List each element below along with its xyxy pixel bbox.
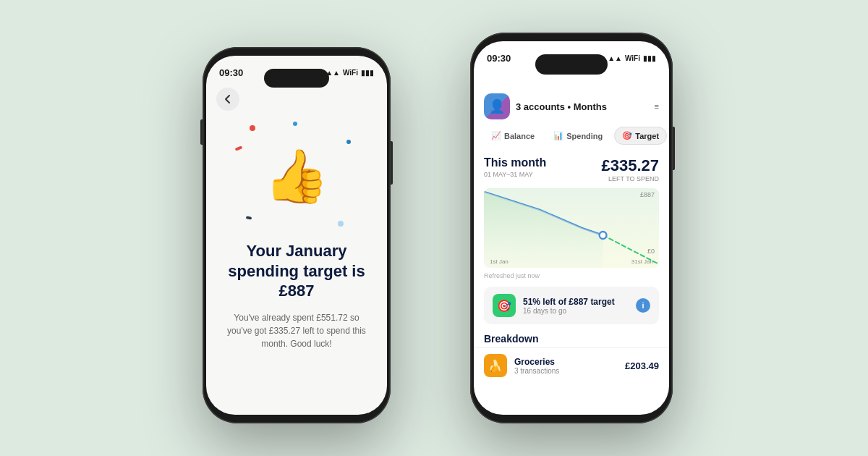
illustration-area: 👍 [206,111,387,241]
right-phone: 09:30 ▲▲▲ WiFi ▮▮▮ 👤 3 accounts • Months… [470,33,673,423]
tab-target[interactable]: 🎯 Target [614,127,667,145]
target-row-text: 51% left of £887 target 16 days to go [523,297,629,315]
confetti-blue1 [293,122,297,126]
tab-spending[interactable]: 📊 Spending [546,127,610,145]
breakdown-label: Breakdown [474,327,669,347]
grocery-count: 3 transactions [514,367,618,375]
right-wifi-icon: WiFi [625,54,640,62]
target-heading: Your January spending target is £887 [221,241,373,301]
right-battery-icon: ▮▮▮ [643,54,656,62]
chart-x-right: 31st Jan [631,258,653,265]
app-icon: 👤 [484,93,510,119]
chart-y-top: £887 [640,191,655,198]
month-info: This month 01 MAY–31 MAY [484,156,546,178]
amount-label: LEFT TO SPEND [601,175,659,182]
chart-x-labels: 1st Jan 31st Jan [484,258,659,265]
left-phone-content: Your January spending target is £887 You… [206,241,387,350]
chart-svg [484,188,659,268]
right-status-icons: ▲▲▲ WiFi ▮▮▮ [600,54,656,62]
wifi-icon: WiFi [343,69,358,77]
amount-info: £335.27 LEFT TO SPEND [601,156,659,182]
filter-button[interactable]: ≡ [655,102,659,111]
thumbs-up-icon: 👍 [264,145,329,207]
grocery-icon: 🍌 [484,354,507,377]
phones-container: 09:30 ▲▲▲ WiFi ▮▮▮ [181,18,687,438]
target-info-row[interactable]: 🎯 51% left of £887 target 16 days to go … [484,287,659,324]
battery-icon: ▮▮▮ [361,69,374,77]
back-button[interactable] [216,88,239,111]
this-month-row: This month 01 MAY–31 MAY £335.27 LEFT TO… [474,151,669,185]
chart-x-left: 1st Jan [490,258,509,265]
grocery-text: Groceries 3 transactions [514,357,618,375]
left-notch [264,69,329,88]
confetti-dark [246,216,252,219]
grocery-name: Groceries [514,357,618,367]
amount-value: £335.27 [601,156,659,175]
chart-y-bottom: £0 [647,248,655,255]
target-tab-icon: 🎯 [622,131,632,140]
left-phone-screen: 09:30 ▲▲▲ WiFi ▮▮▮ [206,56,387,415]
target-row-icon: 🎯 [493,294,516,317]
month-date-range: 01 MAY–31 MAY [484,171,546,178]
info-button[interactable]: i [636,298,650,313]
right-phone-screen: 09:30 ▲▲▲ WiFi ▮▮▮ 👤 3 accounts • Months… [474,41,669,415]
confetti-blue2 [346,140,351,144]
confetti-lightblue [338,221,344,227]
left-time: 09:30 [219,67,243,78]
target-row-title: 51% left of £887 target [523,297,629,307]
spending-icon: 📊 [553,131,563,140]
confetti-red2 [235,145,243,151]
svg-point-1 [600,232,607,239]
tabs-row: 📈 Balance 📊 Spending 🎯 Target [474,124,669,151]
chart-area: £887 £0 1st Jan 31st Jan [484,188,659,268]
target-subtext: You've already spent £551.72 so you've g… [221,311,373,350]
grocery-amount: £203.49 [625,360,659,371]
right-header: 👤 3 accounts • Months ≡ [474,67,669,124]
target-row-days: 16 days to go [523,307,629,315]
right-time: 09:30 [487,53,511,64]
right-notch [535,54,608,75]
left-phone: 09:30 ▲▲▲ WiFi ▮▮▮ [203,47,391,423]
tab-balance[interactable]: 📈 Balance [484,127,542,145]
balance-icon: 📈 [491,131,501,140]
grocery-row[interactable]: 🍌 Groceries 3 transactions £203.49 [474,347,669,383]
svg-marker-0 [484,192,603,268]
accounts-label: 3 accounts • Months [516,101,607,112]
month-label: This month [484,156,546,169]
confetti-red [250,125,255,131]
refreshed-label: Refreshed just now [474,271,669,284]
